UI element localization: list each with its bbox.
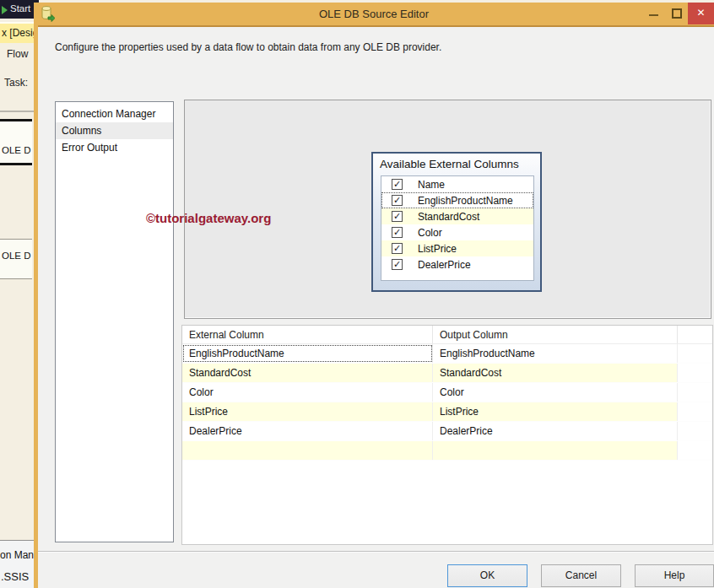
output-column-cell[interactable]: StandardCost: [433, 364, 678, 382]
dialog-titlebar: OLE DB Source Editor ✕: [34, 3, 714, 25]
output-column-cell[interactable]: EnglishProductName: [433, 344, 678, 363]
output-column-cell[interactable]: Color: [433, 383, 678, 402]
external-column-row[interactable]: ✓ Name: [381, 176, 533, 192]
nav-item-columns[interactable]: Columns: [56, 122, 173, 139]
start-button[interactable]: Start: [10, 3, 30, 13]
background-flow-label: Flow: [7, 48, 28, 60]
external-column-row[interactable]: ✓ Color: [381, 224, 533, 240]
output-column-cell[interactable]: DealerPrice: [433, 422, 678, 440]
external-column-cell[interactable]: [182, 441, 433, 460]
table-row: StandardCost StandardCost: [182, 364, 712, 383]
watermark-text: ©tutorialgateway.org: [146, 211, 271, 225]
checkbox-checked-icon[interactable]: ✓: [392, 259, 403, 270]
background-task-label: Task:: [4, 77, 28, 89]
table-row: EnglishProductName EnglishProductName: [182, 344, 712, 364]
table-row: Color Color: [182, 383, 712, 402]
external-column-label: EnglishProductName: [418, 195, 513, 207]
external-columns-checklist: ✓ Name ✓ EnglishProductName ✓ StandardCo…: [381, 175, 534, 281]
nav-item-connection-manager[interactable]: Connection Manager: [56, 105, 173, 122]
header-output-column: Output Column: [433, 326, 678, 343]
external-column-label: ListPrice: [418, 243, 457, 255]
output-column-cell[interactable]: [433, 441, 678, 460]
external-column-label: StandardCost: [418, 211, 479, 223]
dialog-title: OLE DB Source Editor: [34, 3, 714, 25]
ok-button[interactable]: OK: [447, 564, 527, 587]
table-row: [182, 441, 712, 461]
start-play-icon: [2, 6, 8, 14]
checkbox-checked-icon[interactable]: ✓: [392, 195, 403, 206]
external-column-row[interactable]: ✓ ListPrice: [381, 240, 533, 256]
external-column-cell[interactable]: EnglishProductName: [182, 344, 433, 363]
table-row: DealerPrice DealerPrice: [182, 422, 712, 441]
external-column-row[interactable]: ✓ DealerPrice: [381, 256, 533, 272]
background-panel-edge: [0, 111, 34, 112]
output-column-cell[interactable]: ListPrice: [433, 402, 678, 421]
close-icon[interactable]: ✕: [688, 3, 714, 24]
external-column-label: Name: [418, 179, 445, 191]
ssis-file-label: .SSIS: [1, 570, 29, 583]
column-mapping-table: External Column Output Column EnglishPro…: [181, 325, 713, 545]
header-external-column: External Column: [182, 326, 433, 343]
mapping-table-header: External Column Output Column: [182, 326, 712, 344]
checkbox-checked-icon[interactable]: ✓: [392, 243, 403, 254]
background-oledb-component-2: OLE D: [0, 239, 32, 279]
table-row: ListPrice ListPrice: [182, 402, 712, 422]
checkbox-checked-icon[interactable]: ✓: [392, 179, 403, 190]
footer-divider-highlight: [38, 552, 714, 553]
maximize-icon[interactable]: [672, 8, 682, 19]
external-column-row[interactable]: ✓ StandardCost: [381, 208, 533, 224]
checkbox-checked-icon[interactable]: ✓: [392, 211, 403, 222]
editor-page-list: Connection Manager Columns Error Output: [55, 101, 174, 542]
checkbox-checked-icon[interactable]: ✓: [392, 227, 403, 238]
external-column-label: Color: [418, 227, 442, 239]
connection-managers-label: on Man: [0, 549, 34, 561]
background-oledb-component-1: OLE D: [0, 119, 32, 165]
external-column-row[interactable]: ✓ EnglishProductName: [381, 192, 533, 208]
external-column-label: DealerPrice: [418, 259, 471, 271]
nav-item-error-output[interactable]: Error Output: [56, 139, 173, 156]
external-column-cell[interactable]: StandardCost: [182, 364, 433, 382]
help-button[interactable]: Help: [635, 564, 714, 587]
minimize-icon[interactable]: [649, 14, 658, 16]
background-connection-managers-panel: on Man .SSIS: [0, 540, 34, 588]
dialog-description: Configure the properties used by a data …: [55, 41, 441, 53]
available-external-columns-panel: Available External Columns ✓ Name ✓ Engl…: [371, 152, 542, 292]
cancel-button[interactable]: Cancel: [541, 564, 621, 587]
available-external-columns-title: Available External Columns: [380, 158, 519, 170]
external-column-cell[interactable]: ListPrice: [182, 402, 433, 421]
external-column-cell[interactable]: DealerPrice: [182, 422, 433, 440]
external-column-cell[interactable]: Color: [182, 383, 433, 402]
